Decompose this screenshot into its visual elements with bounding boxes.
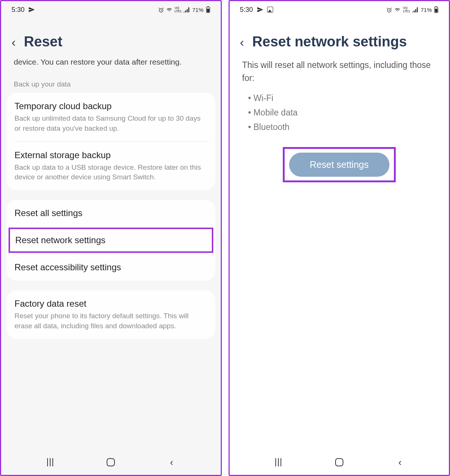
status-time: 5:30 — [240, 6, 253, 14]
item-reset-all[interactable]: Reset all settings — [6, 200, 216, 226]
bullet-list: Wi-Fi Mobile data Bluetooth — [230, 86, 449, 143]
item-desc: Reset your phone to its factory default … — [14, 311, 207, 330]
svg-rect-2 — [207, 9, 209, 12]
phone-screen-reset: 5:30 Vo)LTE1 71% ‹ Reset device. — [0, 0, 222, 476]
page-header: ‹ Reset network settings — [230, 18, 449, 56]
nav-home-button[interactable] — [105, 457, 116, 468]
highlight-reset-network: Reset network settings — [9, 228, 213, 253]
status-time: 5:30 — [12, 6, 25, 14]
divider — [14, 226, 208, 227]
highlight-reset-button: Reset settings — [283, 147, 396, 182]
card-factory: Factory data reset Reset your phone to i… — [6, 290, 216, 339]
status-bar: 5:30 Vo)LTE1 71% — [230, 1, 449, 18]
scroll-area[interactable]: device. You can restore your data after … — [1, 56, 221, 450]
item-title: Factory data reset — [14, 299, 207, 309]
signal-icon — [412, 7, 418, 13]
card-resets: Reset all settings Reset network setting… — [6, 200, 216, 281]
battery-percent: 71% — [421, 7, 432, 13]
item-cloud-backup[interactable]: Temporary cloud backup Back up unlimited… — [6, 93, 216, 141]
section-label-backup: Back up your data — [1, 72, 221, 93]
volte-icon: Vo)LTE1 — [175, 6, 182, 13]
page-title: Reset — [24, 34, 62, 50]
battery-icon — [206, 6, 210, 13]
card-backup: Temporary cloud backup Back up unlimited… — [6, 93, 216, 190]
send-icon — [28, 6, 35, 13]
back-icon[interactable]: ‹ — [240, 36, 244, 48]
item-title: Temporary cloud backup — [14, 101, 207, 111]
item-reset-network[interactable]: Reset network settings — [15, 235, 207, 245]
reset-description: This will reset all network settings, in… — [230, 56, 449, 86]
nav-recents-button[interactable] — [273, 457, 284, 468]
nav-back-button[interactable]: ‹ — [166, 457, 177, 468]
svg-rect-4 — [436, 6, 437, 7]
back-icon[interactable]: ‹ — [12, 36, 16, 48]
item-factory-reset[interactable]: Factory data reset Reset your phone to i… — [6, 290, 216, 339]
battery-percent: 71% — [192, 7, 203, 13]
item-external-backup[interactable]: External storage backup Back up data to … — [6, 142, 216, 190]
item-desc: Back up unlimited data to Samsung Cloud … — [14, 114, 207, 133]
signal-icon — [184, 7, 190, 13]
wifi-icon — [166, 7, 172, 13]
alarm-icon — [158, 7, 164, 13]
svg-rect-1 — [207, 6, 209, 7]
phone-screen-reset-network: 5:30 Vo)LTE1 71% ‹ Reset network set — [229, 0, 450, 476]
svg-rect-5 — [435, 9, 437, 12]
status-bar: 5:30 Vo)LTE1 71% — [1, 1, 221, 18]
nav-recents-button[interactable] — [45, 457, 56, 468]
gallery-icon — [267, 7, 273, 13]
navigation-bar: ‹ — [1, 450, 221, 475]
bullet-wifi: Wi-Fi — [248, 91, 437, 105]
item-reset-accessibility[interactable]: Reset accessibility settings — [6, 254, 216, 281]
alarm-icon — [386, 7, 392, 13]
send-icon — [257, 6, 263, 13]
intro-text: device. You can restore your data after … — [1, 56, 221, 72]
nav-home-button[interactable] — [334, 457, 345, 468]
volte-icon: Vo)LTE1 — [403, 6, 410, 13]
item-title: External storage backup — [14, 150, 207, 160]
wifi-icon — [394, 7, 401, 13]
nav-back-button[interactable]: ‹ — [394, 457, 405, 468]
battery-icon — [434, 6, 438, 13]
item-desc: Back up data to a USB storage device. Re… — [14, 163, 207, 182]
reset-settings-button[interactable]: Reset settings — [289, 153, 389, 177]
action-area: Reset settings — [230, 143, 449, 187]
bullet-mobile: Mobile data — [248, 105, 437, 120]
page-title: Reset network settings — [252, 34, 407, 50]
navigation-bar: ‹ — [230, 450, 449, 475]
bullet-bluetooth: Bluetooth — [248, 120, 437, 134]
page-header: ‹ Reset — [1, 18, 221, 56]
